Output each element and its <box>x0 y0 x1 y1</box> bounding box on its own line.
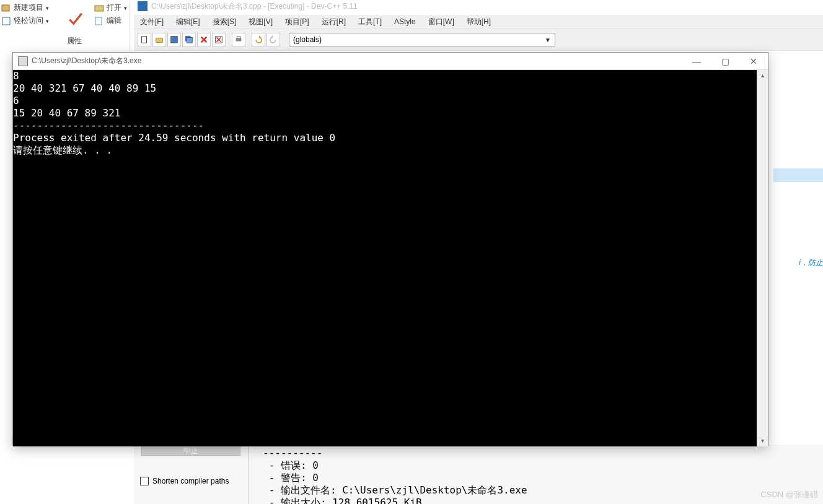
explorer-ribbon-fragment: 新建项目 ▾ 轻松访问 ▾ 打开 ▾ 编辑 属性 <box>0 1 130 51</box>
dropdown-arrow-icon[interactable]: ▾ <box>46 18 49 24</box>
menubar: 文件[F] 编辑[E] 搜索[S] 视图[V] 项目[P] 运行[R] 工具[T… <box>134 15 823 28</box>
console-titlebar[interactable]: C:\Users\zjl\Desktop\未命名3.exe — ▢ ✕ <box>13 53 768 70</box>
undo-button[interactable] <box>252 33 265 46</box>
close-button[interactable] <box>197 33 211 46</box>
menu-search[interactable]: 搜索[S] <box>206 15 243 28</box>
save-all-button[interactable] <box>182 33 196 46</box>
dropdown-arrow-icon[interactable]: ▾ <box>46 5 49 11</box>
console-window: C:\Users\zjl\Desktop\未命名3.exe — ▢ ✕ 8 20… <box>12 52 768 446</box>
new-file-button[interactable] <box>138 33 151 46</box>
edit-label[interactable]: 编辑 <box>107 15 121 26</box>
globals-combobox[interactable]: (globals) ▼ <box>289 33 555 46</box>
new-project-label[interactable]: 新建项目 <box>14 2 43 13</box>
quick-access-label[interactable]: 轻松访问 <box>14 15 43 26</box>
menu-run[interactable]: 运行[R] <box>315 15 352 28</box>
menu-tools[interactable]: 工具[T] <box>352 15 388 28</box>
menu-help[interactable]: 帮助[H] <box>460 15 497 28</box>
console-scrollbar[interactable]: ▴ ▾ <box>757 70 768 446</box>
menu-project[interactable]: 项目[P] <box>279 15 315 28</box>
close-all-button[interactable] <box>212 33 226 46</box>
open-project-button[interactable] <box>152 33 166 46</box>
shorten-paths-checkbox[interactable] <box>140 477 149 485</box>
shorten-paths-label: Shorten compiler paths <box>152 477 229 485</box>
menu-file[interactable]: 文件[F] <box>134 15 170 28</box>
menu-view[interactable]: 视图[V] <box>242 15 279 28</box>
close-window-button[interactable]: ✕ <box>739 53 768 70</box>
menu-window[interactable]: 窗口[W] <box>422 15 460 28</box>
new-project-icon <box>1 3 11 13</box>
globals-value: (globals) <box>293 35 322 44</box>
svg-rect-4 <box>142 37 147 43</box>
open-label[interactable]: 打开 <box>107 2 121 13</box>
properties-label[interactable]: 属性 <box>67 37 82 45</box>
devcpp-title: C:\Users\zjl\Desktop\未命名3.cpp - [Executi… <box>151 1 358 12</box>
menu-edit[interactable]: 编辑[E] <box>170 15 206 28</box>
devcpp-app-icon <box>138 1 147 11</box>
svg-rect-3 <box>95 17 102 25</box>
svg-rect-6 <box>171 37 178 43</box>
code-comment-fragment: i，防止 <box>799 256 823 268</box>
svg-rect-8 <box>187 38 193 43</box>
svg-rect-0 <box>2 5 9 11</box>
save-button[interactable] <box>167 33 181 46</box>
code-highlight-strip <box>773 168 823 182</box>
dropdown-arrow-icon[interactable]: ▾ <box>124 5 127 11</box>
svg-rect-2 <box>95 6 103 11</box>
toolbar: (globals) ▼ <box>134 28 823 51</box>
quick-access-icon <box>1 16 11 26</box>
scroll-up-button[interactable]: ▴ <box>757 70 768 81</box>
console-output: 8 20 40 321 67 40 40 89 15 6 15 20 40 67… <box>13 70 768 157</box>
redo-button[interactable] <box>266 33 280 46</box>
minimize-button[interactable]: — <box>682 53 711 70</box>
compile-output: ---------- - 错误: 0 - 警告: 0 - 输出文件名: C:\U… <box>258 445 823 504</box>
svg-rect-5 <box>156 38 163 42</box>
svg-rect-1 <box>2 17 10 25</box>
scroll-down-button[interactable]: ▾ <box>757 435 768 446</box>
maximize-button[interactable]: ▢ <box>711 53 739 70</box>
console-app-icon <box>18 56 28 66</box>
edit-icon <box>94 16 104 26</box>
menu-astyle[interactable]: AStyle <box>388 16 422 27</box>
open-icon <box>94 3 104 13</box>
watermark: CSDN @张谨碏 <box>760 489 818 500</box>
dropdown-arrow-icon[interactable]: ▼ <box>545 37 551 43</box>
print-button[interactable] <box>232 33 245 46</box>
console-title: C:\Users\zjl\Desktop\未命名3.exe <box>32 56 141 66</box>
svg-rect-15 <box>237 37 240 39</box>
